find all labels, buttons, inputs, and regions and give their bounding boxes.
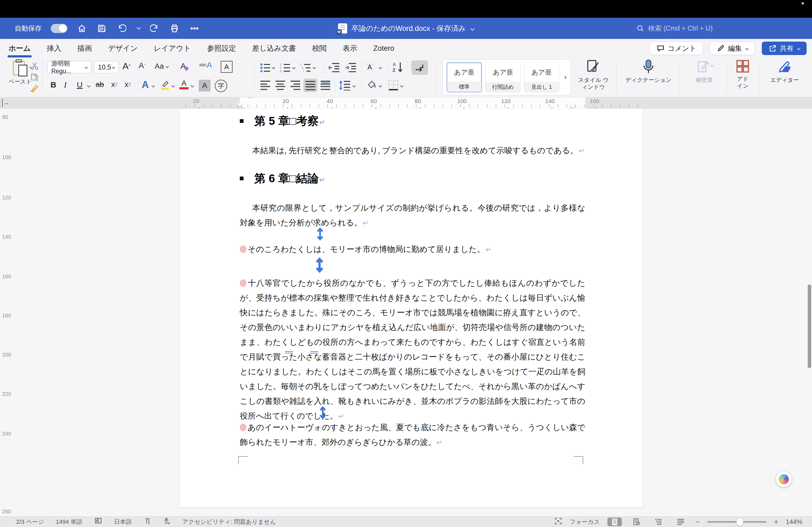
font-size-select[interactable]: 10.5: [94, 61, 119, 73]
draft-view-button[interactable]: [673, 517, 688, 526]
copy-icon[interactable]: [30, 73, 39, 82]
search-input[interactable]: 検索 (Cmd + Ctrl + U): [636, 18, 713, 39]
style-heading1[interactable]: あア亜 見出し 1: [524, 62, 559, 92]
underline-chevron-icon[interactable]: [87, 84, 90, 88]
print-layout-view-button[interactable]: [607, 517, 622, 526]
zoom-in-button[interactable]: +: [774, 517, 778, 526]
align-left-icon[interactable]: [260, 80, 271, 90]
tab-review[interactable]: 校閲: [311, 41, 328, 55]
bullet-list-icon[interactable]: [260, 62, 271, 72]
zoom-out-button[interactable]: −: [695, 517, 700, 526]
addins-button[interactable]: アドイン: [730, 59, 756, 89]
sort-icon[interactable]: AZ: [392, 61, 404, 73]
cut-icon[interactable]: [30, 61, 39, 71]
numbered-list-icon[interactable]: 123: [280, 62, 291, 72]
character-width-icon[interactable]: ←→A: [366, 61, 374, 69]
highlight-icon[interactable]: [160, 79, 170, 91]
align-right-icon[interactable]: [290, 80, 301, 90]
editor-button[interactable]: エディター: [763, 59, 806, 84]
tab-layout[interactable]: レイアウト: [153, 41, 192, 55]
bullet-list-chevron-icon[interactable]: [272, 66, 275, 69]
document-title: 卒論のためのWord.docx - 保存済み: [351, 24, 466, 33]
outline-view-button[interactable]: [651, 517, 666, 526]
decrease-indent-icon[interactable]: [328, 62, 340, 72]
borders-chevron-icon[interactable]: [400, 84, 404, 88]
character-width-chevron-icon[interactable]: [379, 66, 382, 69]
distribute-text-icon[interactable]: [320, 80, 331, 90]
sensitivity-button[interactable]: 秘密度: [684, 59, 724, 84]
text-effects-icon[interactable]: A: [142, 79, 149, 90]
underline-icon[interactable]: U: [77, 80, 83, 89]
italic-icon[interactable]: I: [64, 80, 67, 89]
bold-icon[interactable]: B: [50, 80, 56, 89]
style-window-button[interactable]: スタイル ウィンドウ: [575, 59, 612, 90]
small-divider: [388, 61, 389, 74]
tab-design[interactable]: デザイン: [107, 41, 139, 55]
share-button[interactable]: 共有: [762, 42, 807, 55]
word-count[interactable]: 1494 単語: [56, 518, 83, 526]
line-spacing-icon[interactable]: [339, 80, 351, 90]
clear-formatting-icon[interactable]: A: [180, 61, 188, 71]
tab-insert[interactable]: 挿入: [46, 41, 62, 55]
focus-mode-label[interactable]: フォーカス: [570, 518, 600, 526]
style-no-spacing[interactable]: あア亜 行間詰め: [485, 62, 521, 92]
format-painter-icon[interactable]: [30, 84, 39, 93]
enclose-circle-icon[interactable]: 字: [215, 80, 227, 92]
zoom-slider[interactable]: [707, 521, 766, 523]
vertical-scrollbar-thumb[interactable]: [808, 284, 811, 368]
zoom-percent[interactable]: 144%: [786, 518, 802, 526]
tab-stop-selector-icon[interactable]: →: [2, 99, 10, 107]
style-normal[interactable]: あア亜 標準: [447, 62, 482, 92]
copilot-button[interactable]: [776, 471, 792, 487]
increase-indent-icon[interactable]: [345, 62, 357, 72]
justify-icon[interactable]: [303, 79, 317, 92]
accessibility-icon[interactable]: [163, 517, 171, 526]
comments-button[interactable]: コメント: [650, 42, 703, 55]
highlight-chevron-icon[interactable]: [171, 84, 175, 88]
font-color-chevron-icon[interactable]: [191, 84, 194, 88]
text-insert-icon[interactable]: [144, 517, 151, 526]
strikethrough-icon[interactable]: ab: [96, 80, 104, 89]
character-shading-icon[interactable]: A: [199, 80, 211, 91]
shading-bucket-icon[interactable]: [366, 80, 378, 90]
grow-font-icon[interactable]: A^: [122, 61, 130, 71]
document-page[interactable]: 第 5 章□考察↵ 本結果は, 先行研究と整合的であり, ブランド構築の重要性を…: [180, 109, 643, 507]
change-case-icon[interactable]: Aa: [155, 62, 168, 71]
shrink-font-icon[interactable]: Aˇ: [139, 61, 145, 70]
text-effects-chevron-icon[interactable]: [151, 84, 155, 88]
zoom-slider-knob[interactable]: [736, 517, 743, 526]
left-margin-marker[interactable]: [238, 107, 242, 108]
page-indicator[interactable]: 2/3 ページ: [16, 518, 44, 526]
tab-view[interactable]: 表示: [342, 41, 358, 55]
phonetic-guide-icon[interactable]: abcA: [199, 60, 212, 70]
multilevel-list-icon[interactable]: 1ai: [300, 62, 311, 72]
focus-mode-icon[interactable]: [554, 517, 562, 527]
dictation-button[interactable]: ディクテーション: [623, 59, 674, 84]
web-layout-view-button[interactable]: [629, 517, 644, 526]
formatting-marks-toggle[interactable]: [411, 60, 428, 75]
margin-corner-mark: [238, 456, 248, 464]
shading-chevron-icon[interactable]: [379, 84, 382, 88]
language-indicator[interactable]: 日本語: [114, 518, 132, 526]
group-divider: [254, 60, 254, 94]
superscript-icon[interactable]: x2: [125, 80, 131, 89]
multilevel-list-chevron-icon[interactable]: [313, 66, 316, 69]
subscript-icon[interactable]: x2: [111, 80, 117, 89]
tab-home[interactable]: ホーム: [8, 41, 32, 55]
tab-draw[interactable]: 描画: [76, 41, 93, 55]
accessibility-status[interactable]: アクセシビリティ: 問題ありません: [182, 518, 276, 526]
font-name-select[interactable]: 游明朝 Regu...: [47, 61, 91, 73]
styles-more-chevron-icon[interactable]: [563, 76, 567, 79]
align-center-icon[interactable]: [275, 80, 286, 90]
enclose-characters-icon[interactable]: A: [221, 61, 233, 73]
line-spacing-chevron-icon[interactable]: [352, 84, 356, 88]
tab-zotero[interactable]: Zotero: [372, 42, 395, 55]
tab-references[interactable]: 参照設定: [206, 41, 237, 55]
borders-icon[interactable]: [388, 80, 399, 90]
editing-mode-button[interactable]: 編集: [710, 42, 755, 55]
font-color-icon[interactable]: A: [179, 79, 188, 89]
list-bullet-mark: [240, 177, 244, 180]
spellcheck-icon[interactable]: [94, 517, 102, 527]
numbered-list-chevron-icon[interactable]: [292, 66, 296, 69]
tab-mailings[interactable]: 差し込み文書: [251, 41, 297, 55]
